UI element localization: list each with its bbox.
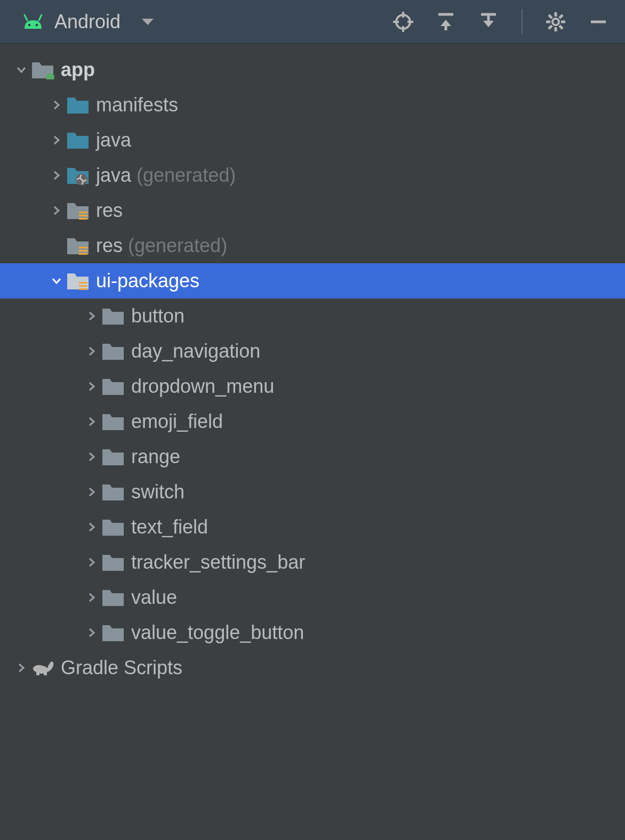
chevron-right-icon[interactable] — [82, 345, 101, 357]
tree-node-ui-packages[interactable]: ui-packages — [0, 263, 625, 298]
svg-line-9 — [39, 15, 42, 20]
target-icon[interactable] — [391, 10, 415, 34]
tree-node-button[interactable]: button — [0, 298, 625, 334]
chevron-right-icon[interactable] — [82, 627, 101, 639]
tree-node-tracker-settings-bar[interactable]: tracker_settings_bar — [0, 545, 625, 580]
tree-node-label: text_field — [131, 516, 208, 538]
android-icon — [21, 14, 45, 30]
folder-icon — [101, 482, 125, 502]
chevron-right-icon[interactable] — [82, 416, 101, 427]
tree-node-label: res — [96, 199, 123, 222]
chevron-right-icon[interactable] — [82, 592, 101, 603]
tree-node-dropdown-menu[interactable]: dropdown_menu — [0, 369, 625, 404]
folder-icon — [66, 131, 90, 150]
chevron-right-icon[interactable] — [82, 556, 101, 568]
chevron-down-icon[interactable] — [12, 64, 31, 76]
tree-node-label: manifests — [96, 94, 178, 116]
chevron-right-icon[interactable] — [82, 521, 101, 533]
tree-node-app[interactable]: app — [0, 52, 625, 87]
tree-node-label: app — [61, 59, 95, 81]
chevron-right-icon[interactable] — [47, 205, 66, 216]
chevron-right-icon[interactable] — [82, 381, 101, 392]
tree-node-value[interactable]: value — [0, 580, 625, 615]
gear-icon[interactable] — [544, 10, 567, 34]
chevron-right-icon[interactable] — [82, 451, 101, 463]
chevron-down-icon[interactable] — [47, 275, 66, 287]
toolbar-divider — [522, 9, 523, 35]
project-view-toolbar: Android — [0, 0, 625, 44]
tree-node-java[interactable]: java — [0, 123, 625, 158]
tree-node-label: res — [96, 235, 123, 257]
svg-point-11 — [36, 23, 38, 26]
tree-node-res[interactable]: res — [0, 193, 625, 228]
folder-icon — [101, 623, 125, 642]
tree-node-label: ui-packages — [96, 270, 199, 292]
folder-icon — [101, 447, 125, 466]
view-name: Android — [54, 11, 121, 33]
folder-icon — [101, 306, 125, 326]
svg-point-21 — [552, 19, 559, 25]
expand-up-icon[interactable] — [434, 10, 458, 34]
resource-folder-icon — [66, 236, 90, 255]
folder-icon — [101, 377, 125, 396]
chevron-right-icon[interactable] — [82, 310, 101, 322]
resource-folder-icon — [66, 271, 90, 290]
minimize-icon[interactable] — [587, 10, 610, 34]
folder-icon — [66, 95, 90, 115]
chevron-right-icon[interactable] — [47, 134, 66, 146]
chevron-right-icon[interactable] — [82, 486, 101, 498]
project-tree: app manifests java java (generated) res … — [0, 44, 625, 685]
tree-node-range[interactable]: range — [0, 439, 625, 474]
tree-node-label: value — [131, 586, 177, 609]
gradle-icon — [31, 658, 55, 677]
folder-icon — [101, 342, 125, 361]
tree-node-label: range — [131, 446, 180, 468]
chevron-right-icon[interactable] — [47, 99, 66, 111]
tree-node-label: tracker_settings_bar — [131, 551, 305, 574]
tree-node-suffix: (generated) — [137, 164, 236, 187]
tree-node-manifests[interactable]: manifests — [0, 87, 625, 123]
tree-node-day-navigation[interactable]: day_navigation — [0, 334, 625, 369]
view-selector[interactable]: Android — [21, 11, 391, 33]
svg-point-10 — [28, 23, 31, 26]
tree-node-res-generated[interactable]: res (generated) — [0, 228, 625, 263]
svg-line-28 — [559, 15, 563, 18]
tree-node-emoji-field[interactable]: emoji_field — [0, 404, 625, 439]
tree-node-suffix: (generated) — [128, 235, 227, 257]
folder-icon — [101, 518, 125, 537]
tree-node-label: java — [96, 164, 131, 187]
svg-line-8 — [25, 15, 27, 20]
tree-node-label: Gradle Scripts — [61, 657, 182, 679]
tree-node-gradle-scripts[interactable]: Gradle Scripts — [0, 650, 625, 685]
folder-icon — [101, 553, 125, 572]
chevron-right-icon[interactable] — [12, 662, 31, 674]
resource-folder-icon — [66, 201, 90, 220]
dropdown-caret-icon — [141, 17, 155, 27]
svg-line-29 — [549, 26, 552, 29]
tree-node-switch[interactable]: switch — [0, 474, 625, 510]
folder-icon — [101, 412, 125, 431]
folder-icon — [101, 588, 125, 607]
chevron-right-icon[interactable] — [47, 169, 66, 181]
tree-node-value-toggle-button[interactable]: value_toggle_button — [0, 615, 625, 650]
tree-node-label: switch — [131, 481, 185, 503]
collapse-down-icon[interactable] — [477, 10, 500, 34]
tree-node-label: day_navigation — [131, 340, 260, 362]
tree-node-text-field[interactable]: text_field — [0, 510, 625, 545]
tree-node-label: button — [131, 305, 185, 327]
tree-node-java-generated[interactable]: java (generated) — [0, 158, 625, 193]
tree-node-label: dropdown_menu — [131, 375, 274, 398]
svg-line-26 — [549, 15, 552, 18]
svg-line-27 — [559, 26, 563, 29]
tree-node-label: value_toggle_button — [131, 621, 304, 644]
module-folder-icon — [31, 60, 54, 79]
generated-folder-icon — [66, 166, 90, 185]
svg-point-31 — [46, 666, 48, 668]
tree-node-label: emoji_field — [131, 410, 223, 433]
tree-node-label: java — [96, 129, 131, 151]
